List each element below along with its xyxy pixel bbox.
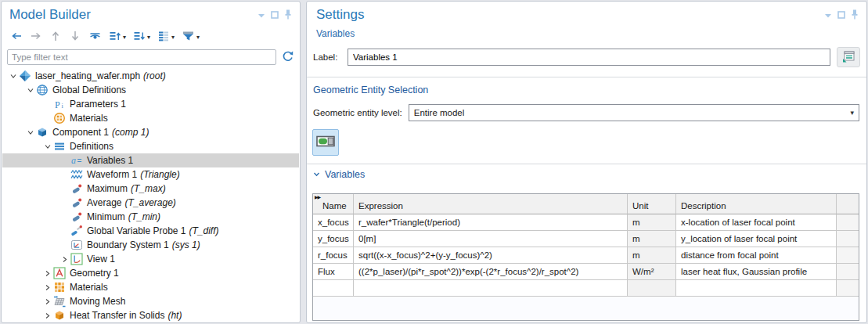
tree-item-label: Parameters 1 <box>70 99 126 110</box>
tree-item-waveform-1[interactable]: Waveform 1(Triangle) <box>2 167 299 182</box>
cell-name[interactable]: r_focus <box>313 247 354 264</box>
cell-description[interactable]: distance from focal point <box>676 247 837 264</box>
cell-name[interactable]: y_focus <box>313 231 354 247</box>
expand-all-button[interactable]: ▾ <box>106 29 128 45</box>
tree-item-label: Global Variable Probe 1 <box>87 225 186 236</box>
cell-unit[interactable]: m <box>628 247 676 264</box>
cell-expression[interactable]: sqrt((x-x_focus)^2+(y-y_focus)^2) <box>354 247 628 264</box>
chevron-expanded-icon[interactable] <box>25 87 36 94</box>
svg-text:a: a <box>71 155 76 166</box>
tree-item-definitions[interactable]: Definitions <box>2 139 299 153</box>
panel-menu-button[interactable] <box>824 10 832 21</box>
back-arrow-button[interactable] <box>8 29 25 45</box>
show-button[interactable] <box>86 29 104 45</box>
column-header-name: ▶▶ Name <box>313 194 354 214</box>
svg-text:i: i <box>62 103 64 110</box>
dropdown-caret-icon[interactable]: ▾ <box>147 34 150 41</box>
refresh-button[interactable] <box>281 49 294 65</box>
pin-button[interactable] <box>851 9 859 22</box>
float-window-button[interactable] <box>837 10 845 21</box>
parameters-icon: Pi <box>53 98 66 110</box>
chevron-collapsed-icon[interactable] <box>42 312 53 319</box>
tree-item-tag: (Triangle) <box>140 169 179 180</box>
settings-panel: Settings Variables Label: Geometric Enti… <box>306 1 867 323</box>
cell-name[interactable]: Flux <box>313 264 354 280</box>
geometric-entity-level-select[interactable]: Entire model ▾ <box>409 104 859 121</box>
tree-item-average[interactable]: Average(T_average) <box>2 196 299 210</box>
float-window-button[interactable] <box>271 10 279 21</box>
cell-expression[interactable]: 0[m] <box>354 231 628 247</box>
tree-item-global-variable-probe-1[interactable]: Global Variable Probe 1(T_diff) <box>2 224 299 238</box>
section-variables-title: Variables <box>325 169 365 180</box>
chevron-collapsed-icon[interactable] <box>42 284 53 291</box>
dropdown-caret-icon[interactable]: ▾ <box>171 34 175 41</box>
tree-item-materials[interactable]: Materials <box>2 111 299 125</box>
cell-expression[interactable]: r_wafer*Triangle(t/period) <box>354 214 628 231</box>
chevron-expanded-icon[interactable] <box>8 73 19 80</box>
chevron-collapsed-icon[interactable] <box>42 298 53 305</box>
filter-funnel-button[interactable]: ▾ <box>179 29 202 45</box>
nonlocal-coupling-icon <box>70 196 83 209</box>
variables-icon: a= <box>70 154 83 167</box>
geometric-entity-level-value: Entire model <box>414 108 851 117</box>
dropdown-caret-icon[interactable]: ▾ <box>123 34 126 41</box>
tree-item-label: Materials <box>70 282 108 293</box>
tree-item-label: Definitions <box>70 141 113 152</box>
tree-item-view-1[interactable]: View 1 <box>2 252 299 266</box>
cell-extra <box>837 280 859 297</box>
label-input[interactable] <box>348 49 830 66</box>
tree-item-heat-transfer-in-solids[interactable]: Heat Transfer in Solids(ht) <box>2 308 299 322</box>
cell-description[interactable]: x-location of laser focal point <box>676 214 837 231</box>
cell-description[interactable] <box>676 280 837 297</box>
show-icon <box>88 30 102 45</box>
float-window-icon <box>837 11 845 19</box>
cell-expression[interactable]: ((2*p_laser)/(pi*r_spot^2))*exp(-(2*r_fo… <box>354 264 628 280</box>
chevron-expanded-icon[interactable] <box>42 143 53 150</box>
tree-item-parameters-1[interactable]: PiParameters 1 <box>2 97 299 111</box>
cell-unit[interactable]: m <box>628 214 676 231</box>
column-header-description: Description <box>676 194 837 214</box>
view-icon <box>70 253 83 265</box>
tree-item-global-definitions[interactable]: Global Definitions <box>2 83 299 97</box>
section-variables-header[interactable]: Variables <box>313 169 365 180</box>
cell-description[interactable]: y_location of laser focal point <box>676 231 837 247</box>
tree-item-variables-1[interactable]: a=Variables 1 <box>2 153 299 167</box>
tree-item-component-1[interactable]: Component 1(comp 1) <box>2 125 299 139</box>
active-selection-toggle-button[interactable] <box>312 129 339 156</box>
tree-item-laser-heating-wafer-mph[interactable]: laser_heating_wafer.mph(root) <box>2 69 299 83</box>
materials-global-icon <box>53 112 66 124</box>
cell-name[interactable]: x_focus <box>313 214 354 231</box>
chevron-collapsed-icon[interactable] <box>42 270 53 277</box>
model-tree: laser_heating_wafer.mph(root)Global Defi… <box>2 69 299 322</box>
cell-name[interactable] <box>313 280 354 297</box>
pin-button[interactable] <box>284 9 292 22</box>
tree-item-minimum[interactable]: Minimum(T_min) <box>2 210 299 224</box>
move-up-arrow-button[interactable] <box>47 29 64 45</box>
cell-unit[interactable]: m <box>628 231 676 247</box>
rename-button[interactable] <box>837 47 860 67</box>
cell-description[interactable]: laser heat flux, Gaussian profile <box>676 264 837 280</box>
row-selector-icon[interactable]: ▶▶ <box>315 194 320 200</box>
chevron-expanded-icon[interactable] <box>25 129 36 136</box>
tree-item-label: Waveform 1 <box>87 169 137 180</box>
global-probe-icon <box>70 225 83 237</box>
cell-unit[interactable]: W/m² <box>628 264 676 280</box>
model-tree-node-button[interactable]: ▾ <box>155 29 177 45</box>
tree-item-tag: (T_min) <box>128 211 160 222</box>
tree-filter-input[interactable] <box>7 49 276 65</box>
cell-expression[interactable] <box>354 280 628 297</box>
chevron-collapsed-icon[interactable] <box>59 256 70 263</box>
collapse-all-button[interactable]: ▾ <box>131 29 153 45</box>
panel-menu-button[interactable] <box>258 10 265 21</box>
tree-item-geometry-1[interactable]: Geometry 1 <box>2 266 299 280</box>
tree-item-moving-mesh[interactable]: Moving Mesh <box>2 294 299 308</box>
tree-item-boundary-system-1[interactable]: Boundary System 1(sys 1) <box>2 238 299 252</box>
move-down-arrow-button[interactable] <box>67 29 84 45</box>
tree-item-maximum[interactable]: Maximum(T_max) <box>2 182 299 196</box>
tree-item-materials[interactable]: Materials <box>2 280 299 294</box>
dropdown-caret-icon[interactable]: ▾ <box>196 34 200 41</box>
refresh-icon <box>281 49 294 65</box>
tree-item-tag: (ht) <box>167 310 182 321</box>
forward-arrow-button[interactable] <box>27 29 45 45</box>
cell-unit[interactable] <box>628 280 676 297</box>
